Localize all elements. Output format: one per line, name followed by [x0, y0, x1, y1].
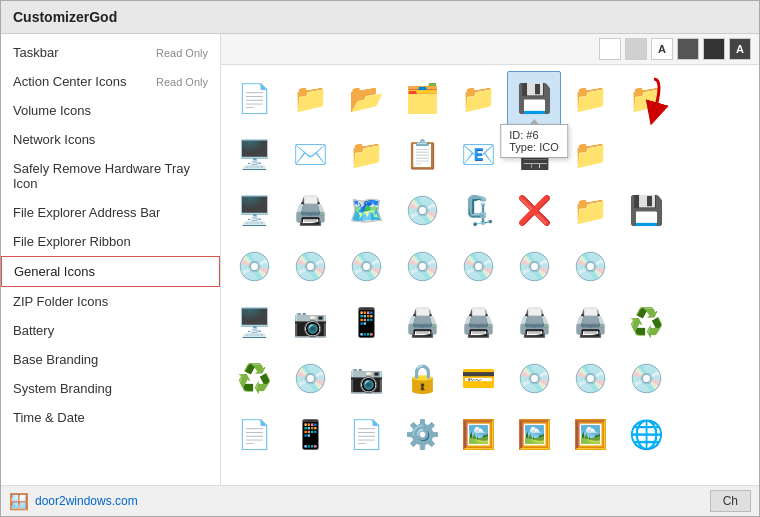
icon-cell[interactable]: 🖥️	[227, 127, 281, 181]
app-title: CustomizerGod	[13, 9, 117, 25]
icon-emoji: 📋	[405, 138, 440, 171]
icon-emoji: 📄	[237, 82, 272, 115]
sidebar-item-label: Taskbar	[13, 45, 59, 60]
sidebar-item-label: File Explorer Ribbon	[13, 234, 131, 249]
icon-row: ♻️💿📷🔒💳💿💿💿	[227, 351, 753, 405]
icon-cell[interactable]: 📱	[339, 295, 393, 349]
icon-cell[interactable]: 📄	[227, 71, 281, 125]
sidebar-item-label: System Branding	[13, 381, 112, 396]
icon-cell[interactable]: 💿	[507, 239, 561, 293]
sidebar-item-file-explorer-ribbon[interactable]: File Explorer Ribbon	[1, 227, 220, 256]
sidebar-item-system-branding[interactable]: System Branding	[1, 374, 220, 403]
icon-cell[interactable]: 💿	[507, 351, 561, 405]
icon-cell[interactable]: 💿	[563, 351, 617, 405]
icon-cell[interactable]: 💾	[619, 183, 673, 237]
icon-cell[interactable]: 📁	[563, 71, 617, 125]
icon-cell[interactable]: 💿	[619, 351, 673, 405]
icon-cell[interactable]: 🎬	[507, 127, 561, 181]
icon-emoji: 💿	[517, 362, 552, 395]
icon-cell[interactable]: 💿	[451, 239, 505, 293]
icon-cell[interactable]: 🖥️	[227, 183, 281, 237]
icon-cell[interactable]: 💿	[395, 183, 449, 237]
icon-emoji: 🖼️	[461, 418, 496, 451]
color-white-btn[interactable]	[599, 38, 621, 60]
icon-cell[interactable]: ♻️	[227, 351, 281, 405]
sidebar-item-network[interactable]: Network Icons	[1, 125, 220, 154]
color-dark-btn[interactable]	[677, 38, 699, 60]
icon-cell[interactable]: 📁	[619, 71, 673, 125]
icon-cell[interactable]: 🗂️	[395, 71, 449, 125]
title-bar: CustomizerGod	[1, 1, 759, 34]
bottom-link[interactable]: door2windows.com	[35, 494, 138, 508]
icon-cell[interactable]: 🌐	[619, 407, 673, 461]
icon-cell[interactable]: 📷	[339, 351, 393, 405]
icon-emoji: 🗺️	[349, 194, 384, 227]
icon-cell[interactable]: 🖨️	[283, 183, 337, 237]
sidebar-item-general-icons[interactable]: General Icons	[1, 256, 220, 287]
icon-cell[interactable]: ♻️	[619, 295, 673, 349]
icon-cell[interactable]: 📄	[227, 407, 281, 461]
sidebar-item-taskbar[interactable]: TaskbarRead Only	[1, 38, 220, 67]
icon-cell[interactable]: 🗺️	[339, 183, 393, 237]
icon-emoji: 💿	[349, 250, 384, 283]
icon-emoji: 💳	[461, 362, 496, 395]
letter-a2-btn[interactable]: A	[729, 38, 751, 60]
icon-cell[interactable]: 📁	[283, 71, 337, 125]
sidebar-item-battery[interactable]: Battery	[1, 316, 220, 345]
icon-cell[interactable]: 🖼️	[451, 407, 505, 461]
icon-emoji: ✉️	[293, 138, 328, 171]
icon-emoji: 💿	[237, 250, 272, 283]
icon-cell[interactable]: 🖼️	[507, 407, 561, 461]
icon-cell[interactable]: 🖼️	[563, 407, 617, 461]
icon-cell[interactable]: 🖨️	[395, 295, 449, 349]
icon-cell[interactable]: 🔒	[395, 351, 449, 405]
icon-cell[interactable]: ⚙️	[395, 407, 449, 461]
letter-a-btn[interactable]: A	[651, 38, 673, 60]
icon-cell[interactable]: 📂	[339, 71, 393, 125]
icon-cell[interactable]: 🖨️	[507, 295, 561, 349]
sidebar-item-time-date[interactable]: Time & Date	[1, 403, 220, 432]
icon-cell[interactable]: 💿	[339, 239, 393, 293]
icon-cell[interactable]: 🖨️	[563, 295, 617, 349]
sidebar-item-action-center[interactable]: Action Center IconsRead Only	[1, 67, 220, 96]
icon-cell[interactable]: 💿	[395, 239, 449, 293]
sidebar-item-badge: Read Only	[156, 76, 208, 88]
sidebar-item-safely-remove[interactable]: Safely Remove Hardware Tray Icon	[1, 154, 220, 198]
sidebar-item-file-explorer-address[interactable]: File Explorer Address Bar	[1, 198, 220, 227]
color-light-btn[interactable]	[625, 38, 647, 60]
icon-cell[interactable]: 📁	[451, 71, 505, 125]
icon-cell[interactable]: 💳	[451, 351, 505, 405]
sidebar-item-label: Safely Remove Hardware Tray Icon	[13, 161, 208, 191]
bottom-button[interactable]: Ch	[710, 490, 751, 512]
icon-cell[interactable]: ❌	[507, 183, 561, 237]
icon-cell[interactable]: 📱	[283, 407, 337, 461]
sidebar-item-zip-folder[interactable]: ZIP Folder Icons	[1, 287, 220, 316]
icon-cell[interactable]: ✉️	[283, 127, 337, 181]
icon-cell[interactable]: 📷	[283, 295, 337, 349]
icon-cell[interactable]: 💾ID: #6Type: ICO	[507, 71, 561, 125]
sidebar-item-volume[interactable]: Volume Icons	[1, 96, 220, 125]
icon-cell[interactable]: 💿	[283, 239, 337, 293]
icon-emoji: 🖨️	[517, 306, 552, 339]
icon-row: 🖥️✉️📁📋📧🎬📁	[227, 127, 753, 181]
icon-cell[interactable]: 💿	[563, 239, 617, 293]
icon-cell[interactable]: 💿	[227, 239, 281, 293]
icon-cell[interactable]: 💿	[283, 351, 337, 405]
icon-cell[interactable]: 📁	[339, 127, 393, 181]
icon-cell[interactable]: 📧	[451, 127, 505, 181]
icon-cell[interactable]: 🗜️	[451, 183, 505, 237]
icon-row: 🖥️📷📱🖨️🖨️🖨️🖨️♻️	[227, 295, 753, 349]
icon-emoji: 💿	[573, 250, 608, 283]
icon-emoji: 📁	[573, 82, 608, 115]
icon-emoji: 🖨️	[461, 306, 496, 339]
icon-cell[interactable]: 🖥️	[227, 295, 281, 349]
color-darker-btn[interactable]	[703, 38, 725, 60]
toolbar: A A	[221, 34, 759, 65]
sidebar-item-label: General Icons	[14, 264, 95, 279]
sidebar-item-base-branding[interactable]: Base Branding	[1, 345, 220, 374]
icon-cell[interactable]: 📄	[339, 407, 393, 461]
icon-cell[interactable]: 📋	[395, 127, 449, 181]
icon-cell[interactable]: 🖨️	[451, 295, 505, 349]
icon-cell[interactable]: 📁	[563, 183, 617, 237]
icon-cell[interactable]: 📁	[563, 127, 617, 181]
